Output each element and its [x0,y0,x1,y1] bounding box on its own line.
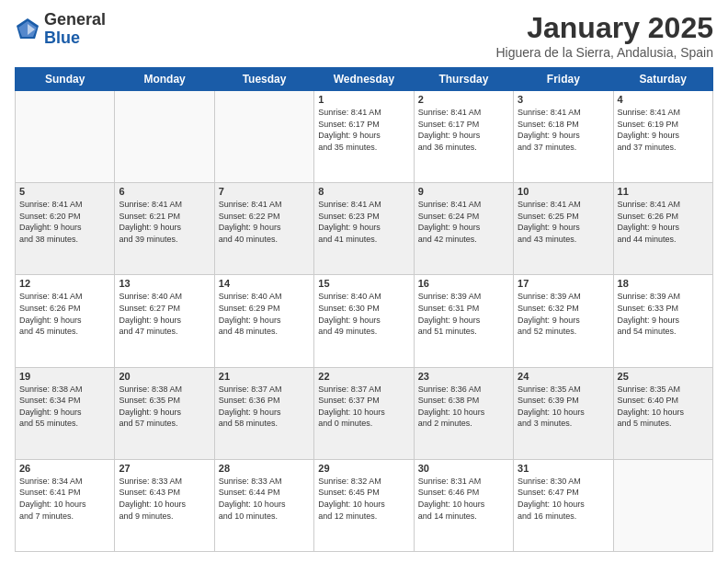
day-number: 17 [518,278,609,289]
day-info: Sunrise: 8:31 AM Sunset: 6:46 PM Dayligh… [418,476,509,522]
table-row: 13Sunrise: 8:40 AM Sunset: 6:27 PM Dayli… [115,275,214,367]
table-row: 4Sunrise: 8:41 AM Sunset: 6:19 PM Daylig… [613,91,712,183]
day-number: 25 [618,371,709,382]
day-number: 4 [618,94,709,105]
day-info: Sunrise: 8:33 AM Sunset: 6:44 PM Dayligh… [219,476,310,522]
day-info: Sunrise: 8:35 AM Sunset: 6:39 PM Dayligh… [518,384,609,430]
calendar-header-row: Sunday Monday Tuesday Wednesday Thursday… [16,68,713,91]
day-info: Sunrise: 8:39 AM Sunset: 6:31 PM Dayligh… [418,291,509,337]
table-row: 8Sunrise: 8:41 AM Sunset: 6:23 PM Daylig… [314,183,414,275]
page: General Blue January 2025 Higuera de la … [0,0,728,563]
day-info: Sunrise: 8:35 AM Sunset: 6:40 PM Dayligh… [618,384,709,430]
calendar-week-row: 5Sunrise: 8:41 AM Sunset: 6:20 PM Daylig… [16,183,713,275]
calendar-table: Sunday Monday Tuesday Wednesday Thursday… [15,67,713,552]
table-row: 24Sunrise: 8:35 AM Sunset: 6:39 PM Dayli… [514,367,613,459]
day-number: 19 [19,371,110,382]
table-row: 10Sunrise: 8:41 AM Sunset: 6:25 PM Dayli… [514,183,613,275]
table-row: 9Sunrise: 8:41 AM Sunset: 6:24 PM Daylig… [414,183,513,275]
day-number: 18 [618,278,709,289]
day-info: Sunrise: 8:39 AM Sunset: 6:33 PM Dayligh… [618,291,709,337]
day-number: 30 [418,463,509,474]
logo-icon [15,17,40,42]
day-number: 10 [518,186,609,197]
table-row: 19Sunrise: 8:38 AM Sunset: 6:34 PM Dayli… [16,367,115,459]
table-row: 21Sunrise: 8:37 AM Sunset: 6:36 PM Dayli… [214,367,313,459]
day-number: 1 [318,94,409,105]
table-row: 25Sunrise: 8:35 AM Sunset: 6:40 PM Dayli… [613,367,712,459]
logo-text: General Blue [44,11,106,48]
table-row: 30Sunrise: 8:31 AM Sunset: 6:46 PM Dayli… [414,459,513,551]
day-number: 13 [119,278,210,289]
table-row: 11Sunrise: 8:41 AM Sunset: 6:26 PM Dayli… [613,183,712,275]
day-number: 29 [318,463,409,474]
table-row: 31Sunrise: 8:30 AM Sunset: 6:47 PM Dayli… [514,459,613,551]
day-number: 22 [318,371,409,382]
day-info: Sunrise: 8:38 AM Sunset: 6:35 PM Dayligh… [119,384,210,430]
col-wednesday: Wednesday [314,68,414,91]
day-info: Sunrise: 8:40 AM Sunset: 6:27 PM Dayligh… [119,291,210,337]
table-row: 2Sunrise: 8:41 AM Sunset: 6:17 PM Daylig… [414,91,513,183]
calendar-week-row: 1Sunrise: 8:41 AM Sunset: 6:17 PM Daylig… [16,91,713,183]
day-info: Sunrise: 8:41 AM Sunset: 6:17 PM Dayligh… [318,107,409,153]
calendar-week-row: 26Sunrise: 8:34 AM Sunset: 6:41 PM Dayli… [16,459,713,551]
table-row [115,91,214,183]
table-row [613,459,712,551]
day-number: 27 [119,463,210,474]
day-number: 28 [219,463,310,474]
day-number: 16 [418,278,509,289]
table-row: 23Sunrise: 8:36 AM Sunset: 6:38 PM Dayli… [414,367,513,459]
day-info: Sunrise: 8:41 AM Sunset: 6:25 PM Dayligh… [518,199,609,245]
day-number: 26 [19,463,110,474]
logo-blue: Blue [44,29,106,48]
day-number: 8 [318,186,409,197]
day-number: 9 [418,186,509,197]
table-row: 26Sunrise: 8:34 AM Sunset: 6:41 PM Dayli… [16,459,115,551]
day-info: Sunrise: 8:41 AM Sunset: 6:18 PM Dayligh… [518,107,609,153]
day-number: 3 [518,94,609,105]
logo: General Blue [15,11,106,48]
calendar-week-row: 12Sunrise: 8:41 AM Sunset: 6:26 PM Dayli… [16,275,713,367]
calendar-week-row: 19Sunrise: 8:38 AM Sunset: 6:34 PM Dayli… [16,367,713,459]
table-row: 6Sunrise: 8:41 AM Sunset: 6:21 PM Daylig… [115,183,214,275]
col-friday: Friday [514,68,613,91]
day-info: Sunrise: 8:41 AM Sunset: 6:20 PM Dayligh… [19,199,110,245]
day-number: 2 [418,94,509,105]
table-row [214,91,313,183]
day-info: Sunrise: 8:37 AM Sunset: 6:37 PM Dayligh… [318,384,409,430]
day-number: 20 [119,371,210,382]
day-number: 11 [618,186,709,197]
table-row: 22Sunrise: 8:37 AM Sunset: 6:37 PM Dayli… [314,367,414,459]
day-number: 15 [318,278,409,289]
day-info: Sunrise: 8:38 AM Sunset: 6:34 PM Dayligh… [19,384,110,430]
table-row: 28Sunrise: 8:33 AM Sunset: 6:44 PM Dayli… [214,459,313,551]
day-number: 6 [119,186,210,197]
header: General Blue January 2025 Higuera de la … [15,11,713,60]
day-info: Sunrise: 8:41 AM Sunset: 6:17 PM Dayligh… [418,107,509,153]
day-number: 5 [19,186,110,197]
day-number: 12 [19,278,110,289]
table-row: 27Sunrise: 8:33 AM Sunset: 6:43 PM Dayli… [115,459,214,551]
day-number: 21 [219,371,310,382]
col-thursday: Thursday [414,68,513,91]
table-row: 14Sunrise: 8:40 AM Sunset: 6:29 PM Dayli… [214,275,313,367]
table-row [16,91,115,183]
day-number: 7 [219,186,310,197]
table-row: 17Sunrise: 8:39 AM Sunset: 6:32 PM Dayli… [514,275,613,367]
col-monday: Monday [115,68,214,91]
day-info: Sunrise: 8:41 AM Sunset: 6:24 PM Dayligh… [418,199,509,245]
table-row: 15Sunrise: 8:40 AM Sunset: 6:30 PM Dayli… [314,275,414,367]
logo-general: General [44,11,106,29]
day-info: Sunrise: 8:39 AM Sunset: 6:32 PM Dayligh… [518,291,609,337]
title-block: January 2025 Higuera de la Sierra, Andal… [495,11,713,60]
day-info: Sunrise: 8:36 AM Sunset: 6:38 PM Dayligh… [418,384,509,430]
day-info: Sunrise: 8:41 AM Sunset: 6:26 PM Dayligh… [19,291,110,337]
day-number: 23 [418,371,509,382]
day-info: Sunrise: 8:37 AM Sunset: 6:36 PM Dayligh… [219,384,310,430]
day-number: 31 [518,463,609,474]
calendar-body: 1Sunrise: 8:41 AM Sunset: 6:17 PM Daylig… [16,91,713,552]
col-sunday: Sunday [16,68,115,91]
day-info: Sunrise: 8:41 AM Sunset: 6:26 PM Dayligh… [618,199,709,245]
day-info: Sunrise: 8:33 AM Sunset: 6:43 PM Dayligh… [119,476,210,522]
day-info: Sunrise: 8:41 AM Sunset: 6:21 PM Dayligh… [119,199,210,245]
day-info: Sunrise: 8:40 AM Sunset: 6:30 PM Dayligh… [318,291,409,337]
